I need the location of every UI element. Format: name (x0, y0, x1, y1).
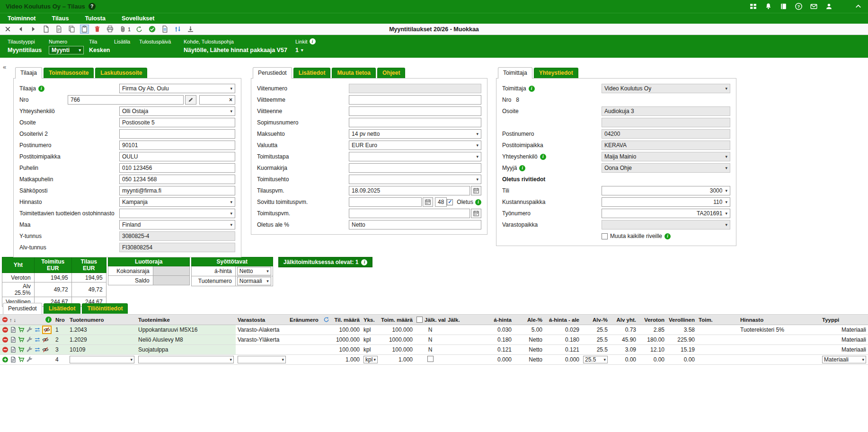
column-header-til-m-r[interactable]: Til. määrä (331, 315, 362, 325)
tyonumero-select[interactable]: TA201691▾ (602, 209, 730, 218)
hinta-select[interactable]: Netto▾ (237, 267, 271, 275)
column-header-varastosta[interactable]: Varastosta (236, 315, 288, 325)
paste-icon[interactable] (80, 25, 89, 33)
yhteyshenkilo-select[interactable]: Olli Ostaja▾ (119, 106, 235, 116)
column-header-ale[interactable]: Ale-% (514, 315, 544, 325)
copy-icon[interactable] (68, 25, 76, 33)
yks-select[interactable]: kpl▾ (363, 356, 378, 363)
calendar-icon[interactable] (471, 209, 481, 218)
close-icon[interactable] (4, 25, 12, 33)
order-numero-select[interactable]: Myynti▾ (49, 46, 84, 54)
column-header-j-lk-val[interactable]: Jälk. val. (415, 315, 446, 325)
calendar-icon[interactable] (423, 197, 433, 207)
muuta_kaikille-checkbox[interactable] (602, 233, 608, 239)
transfer-icon[interactable] (34, 336, 41, 343)
tuotenimike-select[interactable]: ▾ (138, 356, 234, 363)
sort-down-icon[interactable]: ↓ (14, 317, 17, 323)
wrench-icon[interactable] (26, 336, 33, 343)
chevron-up-icon[interactable] (854, 2, 862, 10)
cart-icon[interactable] (18, 346, 25, 353)
sopimusnumero-input[interactable] (349, 118, 481, 127)
collapse-panel-icon[interactable]: « (3, 63, 6, 71)
tab-ohjeet[interactable]: Ohjeet (377, 68, 405, 78)
column-header-hinta[interactable]: á-hinta (466, 315, 514, 325)
viitteenne-input[interactable] (349, 106, 481, 116)
hide-icon[interactable] (42, 336, 49, 343)
column-header-toim-m-r[interactable]: Toim. määrä (380, 315, 415, 325)
tilaaja-select[interactable]: Firma Oy Ab, Oulu▾ (119, 84, 235, 93)
document-text-icon[interactable] (161, 25, 169, 33)
tab-perustiedot[interactable]: Perustiedot (253, 67, 292, 79)
osoite-input[interactable]: Postiosoite 5 (119, 118, 235, 127)
menu-tilaus[interactable]: Tilaus (52, 15, 69, 22)
wrench-icon[interactable] (26, 356, 33, 363)
tyyppi-select[interactable]: Materiaali▾ (822, 356, 866, 363)
pencil-icon[interactable] (185, 95, 196, 105)
column-header-hinta-ale[interactable]: á-hinta - ale (544, 315, 581, 325)
mail-icon[interactable] (810, 2, 818, 10)
toimitustapa-select[interactable]: ▾ (349, 152, 481, 161)
remove-icon[interactable] (2, 317, 8, 323)
varastosta-select[interactable]: ▾ (238, 356, 286, 363)
grid-tab-tili-intitiedot[interactable]: Tiliöintitiedot (82, 303, 128, 314)
select-all-checkbox[interactable] (416, 317, 423, 323)
remove-icon[interactable] (2, 336, 9, 343)
postinumero-input[interactable]: 90101 (119, 141, 235, 150)
menu-tulosta[interactable]: Tulosta (85, 15, 106, 22)
document-icon[interactable] (10, 346, 17, 353)
sovittu_toimituspvm-input[interactable] (349, 197, 422, 207)
clear-icon[interactable]: × (229, 97, 232, 103)
customer-search-input[interactable]: × (199, 95, 235, 105)
attachment-group[interactable]: 1 (119, 25, 131, 33)
help-icon[interactable]: ? (89, 3, 96, 10)
column-header-alv[interactable]: Alv-% (581, 315, 610, 325)
delete-icon[interactable] (93, 25, 101, 33)
refresh-icon[interactable] (323, 317, 329, 323)
bell-icon[interactable] (764, 2, 772, 10)
kustannuspaikka-select[interactable]: 110▾ (602, 197, 730, 207)
next-icon[interactable] (29, 25, 37, 33)
column-header-tyyppi[interactable]: Tyyppi (820, 315, 868, 325)
puhelin-input[interactable]: 010 123456 (119, 163, 235, 173)
alv-select[interactable]: 25.5▾ (583, 356, 608, 363)
cart-icon[interactable] (18, 356, 25, 363)
valuutta-select[interactable]: EUR Euro▾ (349, 141, 481, 150)
ostohinnasto-select[interactable]: ▾ (119, 209, 235, 218)
maksuehto-select[interactable]: 14 pv netto▾ (349, 129, 481, 139)
undo-icon[interactable] (135, 25, 143, 33)
new-document-icon[interactable] (42, 25, 50, 33)
varastopaikka-select[interactable]: ▾ (602, 220, 730, 229)
column-header-nro[interactable]: Nro (53, 315, 68, 325)
yhteyshenkilo-select[interactable]: Maija Mainio▾ (602, 152, 730, 161)
menu-toiminnot[interactable]: Toiminnot (8, 15, 35, 22)
oletus_ale-input[interactable]: Netto (349, 220, 481, 229)
grid-tab-perustiedot[interactable]: Perustiedot (3, 303, 42, 314)
add-icon[interactable] (2, 356, 9, 363)
order-linkit-value[interactable]: 1▾ (295, 46, 316, 54)
oletus-checkbox[interactable] (447, 199, 453, 205)
cart-icon[interactable] (18, 336, 25, 343)
matkapuhelin-input[interactable]: 050 1234 568 (119, 175, 235, 184)
column-header-alv-yht[interactable]: Alv yht. (610, 315, 638, 325)
column-header-er-numero[interactable]: Eränumero (288, 315, 331, 325)
document-icon[interactable] (10, 326, 17, 333)
remove-icon[interactable] (2, 346, 9, 353)
hinnasto-select[interactable]: Kampanja▾ (119, 197, 235, 207)
toimittaja-select[interactable]: Video Koulutus Oy▾ (602, 84, 730, 93)
apps-icon[interactable] (749, 2, 757, 10)
document-icon[interactable] (10, 336, 17, 343)
tab-muuta-tietoa[interactable]: Muuta tietoa (332, 68, 376, 78)
postitoimipaikka-input[interactable]: OULU (119, 152, 235, 161)
sort-up-icon[interactable]: ↑ (9, 317, 12, 323)
document-icon[interactable] (10, 356, 17, 363)
nro-input[interactable]: 766 (68, 95, 184, 105)
tili-select[interactable]: 3000▾ (602, 186, 730, 195)
tab-toimitusosoite[interactable]: Toimitusosoite (44, 68, 94, 78)
jalk_val-checkbox[interactable] (427, 356, 434, 362)
tab-laskutusosoite[interactable]: Laskutusosoite (95, 68, 147, 78)
open-document-icon[interactable] (55, 25, 63, 33)
hide-icon[interactable] (42, 346, 49, 353)
approve-icon[interactable] (148, 25, 156, 33)
tuotenumero-select[interactable]: Normaali▾ (237, 277, 271, 285)
column-header-verollinen[interactable]: Verollinen (666, 315, 697, 325)
